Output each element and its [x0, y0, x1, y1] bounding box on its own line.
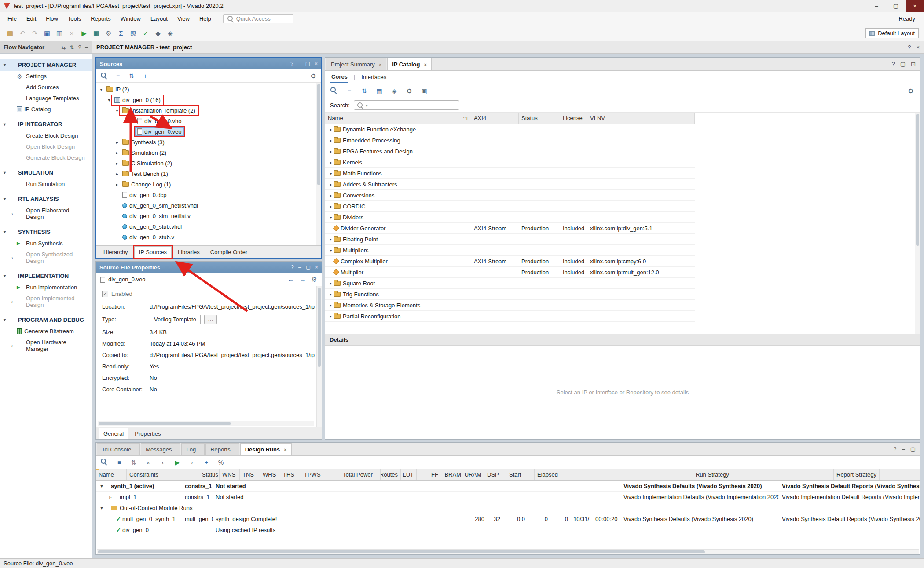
column-header[interactable]: FF [417, 469, 441, 480]
expander-icon[interactable]: ▾ [106, 98, 112, 102]
ip-catalog-row[interactable]: ▸ Adders & Subtracters [325, 179, 695, 190]
expander-icon[interactable]: ▸ [328, 303, 334, 308]
step-first-icon[interactable]: « [144, 458, 153, 467]
layout-select[interactable]: Default Layout [865, 28, 919, 38]
menu-item[interactable]: Help [194, 13, 216, 24]
column-header[interactable]: DSP [484, 469, 506, 480]
tree-item[interactable]: ▸ Simulation (2) [96, 147, 321, 158]
close-icon[interactable]: × [424, 62, 426, 67]
column-header[interactable]: URAM [464, 469, 484, 480]
close-icon[interactable]: × [379, 62, 381, 67]
expander-icon[interactable]: ▸ [114, 182, 120, 187]
ip-catalog-row[interactable]: ▾ Math Functions [325, 168, 695, 179]
design-run-row[interactable]: ✓ mult_gen_0_synth_1 mult_gen_0 synth_de… [96, 513, 920, 524]
column-header[interactable]: Failed Routes [381, 469, 401, 480]
vertical-scrollbar[interactable] [915, 113, 920, 334]
expander-icon[interactable]: ▹ [107, 495, 114, 499]
expander-icon[interactable]: ▾ [328, 248, 334, 253]
expander-icon[interactable]: ▸ [328, 193, 334, 198]
ip-catalog-row[interactable]: ▾ Dividers [325, 212, 695, 223]
open-file-icon[interactable]: ▤ [4, 28, 16, 39]
minimize-icon[interactable]: – [298, 61, 301, 67]
ip-search-input[interactable]: ▾ [354, 100, 459, 110]
menu-item[interactable]: File [3, 13, 22, 24]
copy-icon[interactable]: ▥ [54, 28, 65, 39]
column-header[interactable]: Run Strategy [693, 469, 834, 480]
detail-view-icon[interactable]: ▣ [420, 87, 429, 95]
column-header[interactable]: Name [96, 469, 127, 480]
bottom-tab[interactable]: Tcl Console [97, 443, 140, 455]
help-icon[interactable]: ? [893, 446, 896, 452]
tree-item[interactable]: div_gen_0_sim_netlist.vhdl [96, 200, 321, 211]
flow-navigator-entry[interactable]: › Open Hardware Manager [0, 337, 92, 354]
search-icon[interactable] [100, 72, 108, 80]
collapse-all-icon[interactable]: ≡ [115, 458, 124, 467]
redo-icon[interactable]: ↷ [29, 28, 40, 39]
sources-view-tab[interactable]: Hierarchy [99, 247, 132, 258]
flow-navigator-entry[interactable]: Run Synthesis [0, 238, 92, 249]
flow-navigator-entry[interactable]: Language Templates [0, 93, 92, 104]
tab-cores[interactable]: Cores [330, 71, 348, 83]
float-icon[interactable]: ▢ [900, 61, 906, 67]
design-run-row[interactable]: ▾ Out-of-Context Module Runs [96, 502, 920, 513]
flow-navigator-entry[interactable]: Create Block Design [0, 130, 92, 141]
menu-item[interactable]: View [172, 13, 194, 24]
search-icon[interactable] [330, 87, 339, 95]
run-icon[interactable]: ▶ [78, 28, 90, 39]
column-status[interactable]: Status [519, 113, 560, 124]
expander-icon[interactable]: ▸ [328, 149, 334, 154]
column-header[interactable]: Start [506, 469, 535, 480]
expander-icon[interactable]: ▸ [328, 138, 334, 143]
close-icon[interactable]: × [916, 44, 920, 51]
tree-item[interactable]: ▸ Synthesis (3) [96, 137, 321, 147]
sources-view-tab[interactable]: IP Sources [134, 246, 172, 258]
ip-catalog-row[interactable]: Multiplier Production Included xilinx.co… [325, 267, 695, 278]
column-header[interactable]: Status [199, 469, 220, 480]
document-tab[interactable]: IP Catalog × [387, 58, 432, 70]
ip-catalog-row[interactable]: ▸ Trig Functions [325, 289, 695, 300]
ip-catalog-row[interactable]: ▾ Multipliers [325, 245, 695, 256]
properties-view-tab[interactable]: General [99, 428, 128, 439]
design-run-row[interactable]: ✓ div_gen_0 Using cached IP results [96, 524, 920, 535]
float-icon[interactable]: ▢ [910, 446, 916, 452]
float-icon[interactable]: ▢ [306, 264, 311, 270]
tree-item[interactable]: div_gen_0.vho [96, 116, 321, 126]
tree-item[interactable]: div_gen_0.dcp [96, 189, 321, 200]
forward-icon[interactable]: → [300, 276, 306, 284]
flow-navigator-entry[interactable]: Add Sources [0, 82, 92, 93]
expander-icon[interactable]: ▸ [114, 161, 120, 166]
menu-item[interactable]: Tools [63, 13, 86, 24]
expander-icon[interactable]: ▾ [99, 484, 105, 488]
search-icon[interactable] [100, 458, 109, 467]
minimize-button[interactable]: – [867, 0, 886, 12]
ip-catalog-row[interactable]: ▸ Dynamic Function eXchange [325, 124, 695, 135]
column-header[interactable]: TNS [240, 469, 260, 480]
bottom-tab[interactable]: Reports [205, 443, 239, 455]
expander-icon[interactable]: ▸ [114, 171, 120, 176]
tree-item[interactable]: div_gen_0_stub.vhdl [96, 221, 321, 232]
marker-icon[interactable]: ◆ [152, 28, 164, 39]
vertical-scrollbar[interactable] [316, 286, 322, 427]
help-icon[interactable]: ? [892, 61, 895, 67]
flow-navigator-entry[interactable]: IP Catalog [0, 104, 92, 115]
flow-navigator-entry[interactable]: Generate Bitstream [0, 326, 92, 337]
collapse-all-icon[interactable]: ≡ [345, 87, 354, 95]
wrench-icon[interactable]: ⚙ [405, 87, 414, 95]
flow-navigator-entry[interactable]: Settings [0, 71, 92, 82]
flow-navigator-entry[interactable]: Run Implementation [0, 282, 92, 293]
step-forward-icon[interactable]: › [187, 458, 196, 467]
column-header[interactable]: THS [280, 469, 301, 480]
check-icon[interactable]: ✓ [140, 28, 151, 39]
type-select[interactable]: Verilog Template [150, 315, 201, 324]
column-axi4[interactable]: AXI4 [471, 113, 519, 124]
document-tab[interactable]: Project Summary × [326, 58, 386, 70]
ip-catalog-row[interactable]: ▸ Square Root [325, 278, 695, 289]
delete-icon[interactable]: × [66, 28, 77, 39]
tree-item[interactable]: ▾ div_gen_0 (16) [96, 95, 321, 105]
column-header[interactable]: LUT [401, 469, 417, 480]
settings-icon[interactable]: ⚙ [103, 28, 114, 39]
ip-catalog-row[interactable]: ▸ Kernels [325, 157, 695, 168]
column-header[interactable]: BRAM [441, 469, 464, 480]
ip-catalog-row[interactable]: ▸ Memories & Storage Elements [325, 300, 695, 311]
expander-icon[interactable]: ▾ [99, 506, 105, 510]
